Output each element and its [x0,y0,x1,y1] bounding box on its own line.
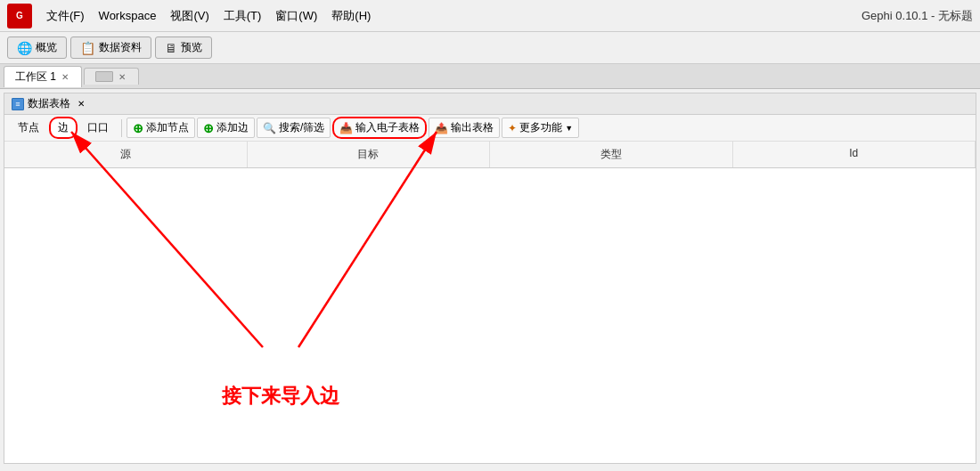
table-body [4,168,976,463]
more-arrow-icon: ▼ [565,124,573,133]
add-edge-icon: ⊕ [203,121,214,135]
menu-help[interactable]: 帮助(H) [324,4,378,28]
workspace-tab-1-label: 工作区 1 [15,69,56,85]
app-logo: G [7,4,32,28]
workspace-tab-strip: 工作区 1 ✕ ✕ [0,64,980,89]
workspace-tab-2-thumbnail [95,71,113,82]
add-node-icon: ⊕ [133,121,143,135]
import-icon: 📥 [339,122,353,134]
main-content-area: ≡ 数据表格 ✕ 节点 边 口口 ⊕ 添加节点 ⊕ 添加边 🔍 搜索/筛选 📥 [0,89,980,467]
menu-window[interactable]: 窗口(W) [268,4,324,28]
add-node-button[interactable]: ⊕ 添加节点 [127,118,195,138]
app-title: Gephi 0.10.1 - 无标题 [862,8,973,24]
export-icon: 📤 [435,122,448,134]
more-functions-button[interactable]: ✦ 更多功能 ▼ [502,118,579,138]
annotation-text: 接下来导入边 [174,383,388,410]
search-icon: 🔍 [263,122,276,134]
overview-button[interactable]: 🌐 概览 [7,37,67,59]
preview-button[interactable]: 🖥 预览 [155,37,212,59]
panel-header: ≡ 数据表格 ✕ [4,93,976,115]
toolbar-separator-1 [121,119,122,137]
menu-view[interactable]: 视图(V) [163,4,216,28]
import-spreadsheet-button[interactable]: 📥 输入电子表格 [332,117,427,139]
menu-file[interactable]: 文件(F) [39,4,92,28]
workspace-tab-2[interactable]: ✕ [84,68,139,85]
menu-tools[interactable]: 工具(T) [216,4,269,28]
col-type: 类型 [490,142,733,167]
workspace-tab-1-close[interactable]: ✕ [60,72,70,82]
col-id: Id [733,142,976,167]
edges-tab[interactable]: 边 [49,117,78,139]
table-header: 源 目标 类型 Id [4,142,976,168]
panel-close[interactable]: ✕ [78,99,85,109]
workspace-tab-1[interactable]: 工作区 1 ✕ [4,66,82,87]
data-toolbar: 节点 边 口口 ⊕ 添加节点 ⊕ 添加边 🔍 搜索/筛选 📥 输入电子表格 📤 [4,115,976,142]
add-edge-button[interactable]: ⊕ 添加边 [197,118,255,138]
table-icon: 📋 [80,41,95,55]
col-source: 源 [4,142,248,167]
col-target: 目标 [248,142,491,167]
more-icon: ✦ [508,122,517,134]
globe-icon: 🌐 [17,41,32,55]
menu-workspace[interactable]: Workspace [92,5,164,26]
menubar: G 文件(F) Workspace 视图(V) 工具(T) 窗口(W) 帮助(H… [0,0,980,32]
main-toolbar: 🌐 概览 📋 数据资料 🖥 预览 [0,32,980,64]
panel-title: 数据表格 [28,96,70,111]
panel-title-icon: ≡ [12,98,24,110]
export-table-button[interactable]: 📤 输出表格 [429,118,500,138]
monitor-icon: 🖥 [165,41,177,55]
workspace-tab-2-close[interactable]: ✕ [117,72,127,82]
search-button[interactable]: 🔍 搜索/筛选 [257,118,331,138]
square-tab[interactable]: 口口 [79,118,117,138]
data-table-button[interactable]: 📋 数据资料 [70,37,151,59]
data-table-area: 源 目标 类型 Id [4,142,976,463]
nodes-tab[interactable]: 节点 [10,118,47,138]
